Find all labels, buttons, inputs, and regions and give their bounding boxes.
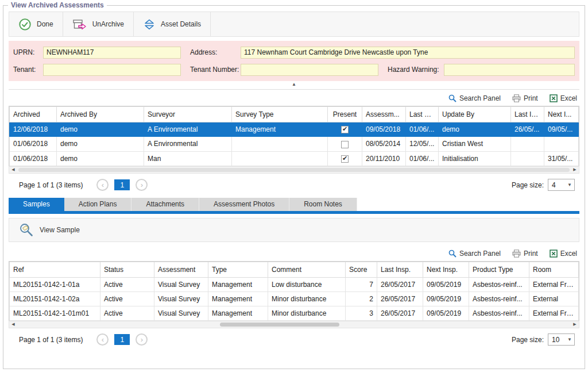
- cell-survey-type: [232, 137, 328, 151]
- col-update-by[interactable]: Update By: [439, 107, 511, 122]
- tab-room-notes[interactable]: Room Notes: [289, 198, 357, 211]
- cell-type: Management: [208, 292, 268, 306]
- cell-product-type: Asbestos-reinf...: [469, 277, 529, 292]
- sample-row[interactable]: ML20151-0142-1-01a Active Visual Survey …: [10, 277, 579, 292]
- assessment-row[interactable]: 01/06/2018 demo A Environmental 08/05/20…: [10, 137, 579, 151]
- col-last-insp[interactable]: Last In...: [511, 107, 544, 122]
- page-size-dropdown[interactable]: 10 ▼: [548, 333, 575, 346]
- prev-page-button[interactable]: ‹: [96, 179, 109, 191]
- samples-header-row: Ref Status Assessment Type Comment Score…: [10, 262, 579, 277]
- col-surveyor[interactable]: Surveyor: [144, 107, 232, 122]
- collapse-arrow-icon[interactable]: ▲: [292, 82, 296, 87]
- cell-ref: ML20151-0142-1-02a: [10, 292, 100, 306]
- col-archived[interactable]: Archived: [10, 107, 57, 122]
- page-size-dropdown[interactable]: 4 ▼: [548, 179, 575, 191]
- cell-assessment: 20/11/2010: [362, 151, 406, 166]
- cell-status: Active: [100, 306, 154, 320]
- sample-row[interactable]: ML20151-0142-1-02a Active Visual Survey …: [10, 292, 579, 306]
- cell-last-updated: 01/06/...: [406, 122, 439, 137]
- current-page-button[interactable]: 1: [114, 334, 130, 345]
- tenant-number-field[interactable]: [241, 64, 378, 76]
- col-next-insp[interactable]: Next Insp.: [423, 262, 469, 277]
- done-check-circle-icon: [18, 18, 32, 31]
- col-comment[interactable]: Comment: [268, 262, 346, 277]
- col-type[interactable]: Type: [208, 262, 268, 277]
- col-product-type[interactable]: Product Type: [469, 262, 529, 277]
- active-tab-indicator-bar: [9, 211, 579, 214]
- scroll-left-arrow-icon[interactable]: ◀: [9, 167, 17, 173]
- assessments-horizontal-scrollbar[interactable]: ◀ ▶: [9, 166, 579, 174]
- present-checkbox[interactable]: [341, 126, 349, 133]
- assessments-grid-links: Search Panel Print Excel: [9, 91, 579, 106]
- col-room[interactable]: Room: [529, 262, 579, 277]
- asset-details-button-label: Asset Details: [161, 20, 201, 28]
- tab-label: Room Notes: [304, 200, 342, 208]
- excel-icon: [550, 94, 558, 102]
- col-survey-type[interactable]: Survey Type: [232, 107, 328, 122]
- col-present[interactable]: Present: [328, 107, 362, 122]
- page-size-label: Page size:: [512, 336, 544, 344]
- tab-attachments[interactable]: Attachments: [131, 198, 199, 211]
- assessments-search-panel-link[interactable]: Search Panel: [448, 94, 501, 102]
- col-score[interactable]: Score: [346, 262, 377, 277]
- assessment-row[interactable]: 01/06/2018 demo Man 20/11/2010 01/06/...…: [10, 151, 579, 166]
- cell-last-insp: 26/05/...: [511, 122, 544, 137]
- assessment-row[interactable]: 12/06/2018 demo A Environmental Manageme…: [10, 122, 579, 137]
- col-archived-by[interactable]: Archived By: [57, 107, 144, 122]
- tab-assessment-photos[interactable]: Assessment Photos: [199, 198, 289, 211]
- samples-horizontal-scrollbar[interactable]: ◀ ▶: [9, 321, 579, 328]
- search-panel-label: Search Panel: [459, 250, 501, 258]
- sample-row[interactable]: ML20151-0142-1-01m01 Active Visual Surve…: [10, 306, 579, 320]
- next-page-button[interactable]: ›: [136, 179, 148, 191]
- samples-print-link[interactable]: Print: [512, 250, 538, 258]
- cell-room: External Front ..: [529, 306, 579, 320]
- col-assessment[interactable]: Assessm...: [362, 107, 406, 122]
- view-sample-button[interactable]: View Sample: [9, 218, 89, 241]
- form-row-1: UPRN: Address:: [13, 46, 575, 59]
- asset-details-button[interactable]: Asset Details: [134, 12, 210, 36]
- uprn-field[interactable]: [43, 47, 181, 59]
- cell-room: External: [529, 292, 579, 306]
- present-checkbox[interactable]: [341, 141, 349, 148]
- col-ref[interactable]: Ref: [10, 262, 100, 277]
- cell-present: [328, 151, 362, 166]
- next-page-button[interactable]: ›: [136, 333, 148, 346]
- scroll-right-arrow-icon[interactable]: ▶: [571, 321, 579, 328]
- unarchive-button[interactable]: UnArchive: [63, 12, 133, 36]
- tab-action-plans[interactable]: Action Plans: [64, 198, 132, 211]
- col-next-insp[interactable]: Next I...: [544, 107, 579, 122]
- tab-samples[interactable]: Samples: [9, 198, 64, 211]
- assessments-excel-link[interactable]: Excel: [550, 94, 577, 102]
- hazard-warning-label: Hazard Warning:: [388, 66, 444, 74]
- excel-icon: [550, 250, 558, 258]
- print-icon: [512, 94, 521, 102]
- cell-surveyor: A Environmental: [144, 137, 232, 151]
- col-status[interactable]: Status: [100, 262, 154, 277]
- col-assessment[interactable]: Assessment: [154, 262, 208, 277]
- scroll-left-arrow-icon[interactable]: ◀: [9, 321, 17, 328]
- samples-search-panel-link[interactable]: Search Panel: [448, 250, 501, 258]
- samples-excel-link[interactable]: Excel: [550, 250, 577, 258]
- current-page-button[interactable]: 1: [114, 179, 130, 190]
- pager-nav: ‹ 1 ›: [96, 179, 148, 191]
- hazard-warning-field[interactable]: [444, 64, 575, 76]
- prev-page-button[interactable]: ‹: [96, 333, 109, 346]
- panel-splitter[interactable]: ▲: [9, 81, 579, 90]
- done-button[interactable]: Done: [9, 12, 63, 36]
- present-checkbox[interactable]: [341, 155, 349, 163]
- tenant-field[interactable]: [43, 64, 181, 76]
- cell-archived-by: demo: [57, 137, 144, 151]
- unarchive-button-label: UnArchive: [92, 20, 124, 28]
- address-field[interactable]: [241, 47, 575, 59]
- cell-archived-by: demo: [57, 122, 144, 137]
- col-last-insp[interactable]: Last Insp.: [377, 262, 423, 277]
- col-last-updated[interactable]: Last U...: [406, 107, 439, 122]
- cell-comment: Minor disturbance: [268, 306, 346, 320]
- assessments-print-link[interactable]: Print: [512, 94, 538, 102]
- scrollbar-thumb[interactable]: [220, 323, 339, 327]
- page-size-label: Page size:: [512, 181, 544, 189]
- scroll-right-arrow-icon[interactable]: ▶: [571, 167, 579, 173]
- cell-survey-type: Management: [232, 122, 328, 137]
- cell-next-insp: 09/05/2019: [423, 306, 469, 320]
- scrollbar-thumb[interactable]: [18, 168, 570, 172]
